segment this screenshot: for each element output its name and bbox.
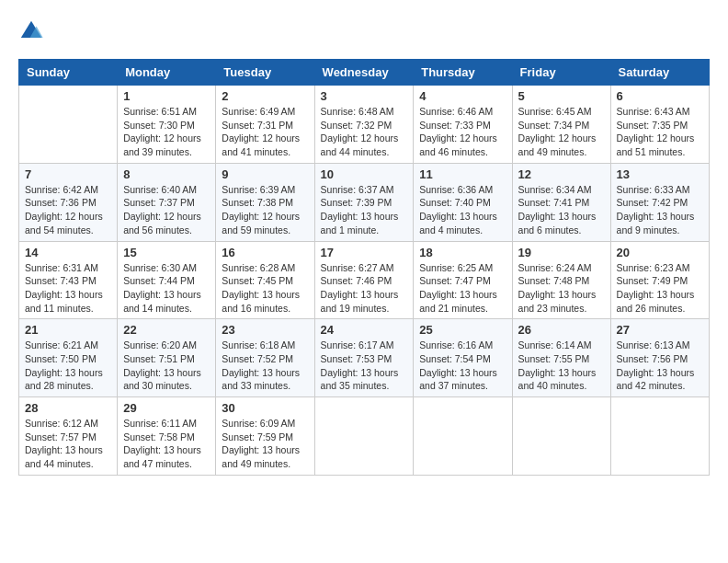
calendar-week-row: 21Sunrise: 6:21 AM Sunset: 7:50 PM Dayli…: [19, 319, 710, 397]
page-header: [18, 18, 710, 44]
day-info: Sunrise: 6:25 AM Sunset: 7:47 PM Dayligh…: [419, 261, 506, 316]
calendar-header-monday: Monday: [118, 60, 216, 86]
calendar-cell: 10Sunrise: 6:37 AM Sunset: 7:39 PM Dayli…: [314, 163, 414, 241]
calendar-header-saturday: Saturday: [610, 60, 709, 86]
day-info: Sunrise: 6:42 AM Sunset: 7:36 PM Dayligh…: [25, 183, 111, 237]
calendar-cell: 19Sunrise: 6:24 AM Sunset: 7:48 PM Dayli…: [512, 241, 610, 319]
day-number: 29: [123, 401, 210, 415]
calendar-cell: 12Sunrise: 6:34 AM Sunset: 7:41 PM Dayli…: [512, 163, 610, 241]
calendar-cell: [19, 86, 118, 164]
calendar-cell: 13Sunrise: 6:33 AM Sunset: 7:42 PM Dayli…: [610, 163, 709, 241]
day-number: 12: [518, 167, 605, 181]
calendar-cell: 1Sunrise: 6:51 AM Sunset: 7:30 PM Daylig…: [118, 86, 216, 164]
day-info: Sunrise: 6:40 AM Sunset: 7:37 PM Dayligh…: [123, 183, 210, 237]
day-number: 26: [518, 323, 605, 337]
calendar-header-row: SundayMondayTuesdayWednesdayThursdayFrid…: [19, 60, 710, 86]
calendar-header-sunday: Sunday: [19, 60, 118, 86]
calendar-week-row: 1Sunrise: 6:51 AM Sunset: 7:30 PM Daylig…: [19, 86, 710, 164]
calendar-cell: 18Sunrise: 6:25 AM Sunset: 7:47 PM Dayli…: [414, 241, 512, 319]
day-number: 9: [222, 167, 308, 181]
calendar-cell: 17Sunrise: 6:27 AM Sunset: 7:46 PM Dayli…: [314, 241, 414, 319]
day-number: 13: [617, 167, 703, 181]
logo: [18, 18, 48, 44]
day-info: Sunrise: 6:27 AM Sunset: 7:46 PM Dayligh…: [321, 261, 408, 316]
calendar-table: SundayMondayTuesdayWednesdayThursdayFrid…: [18, 59, 710, 476]
calendar-cell: 29Sunrise: 6:11 AM Sunset: 7:58 PM Dayli…: [118, 397, 216, 476]
day-info: Sunrise: 6:51 AM Sunset: 7:30 PM Dayligh…: [123, 105, 210, 159]
day-info: Sunrise: 6:11 AM Sunset: 7:58 PM Dayligh…: [123, 417, 210, 471]
calendar-cell: 2Sunrise: 6:49 AM Sunset: 7:31 PM Daylig…: [216, 86, 314, 164]
day-info: Sunrise: 6:17 AM Sunset: 7:53 PM Dayligh…: [321, 339, 408, 393]
day-info: Sunrise: 6:28 AM Sunset: 7:45 PM Dayligh…: [222, 261, 308, 316]
calendar-week-row: 28Sunrise: 6:12 AM Sunset: 7:57 PM Dayli…: [19, 397, 710, 476]
calendar-cell: [512, 397, 610, 476]
day-number: 28: [25, 401, 111, 415]
day-info: Sunrise: 6:21 AM Sunset: 7:50 PM Dayligh…: [25, 339, 111, 393]
day-info: Sunrise: 6:49 AM Sunset: 7:31 PM Dayligh…: [222, 105, 308, 159]
calendar-cell: 3Sunrise: 6:48 AM Sunset: 7:32 PM Daylig…: [314, 86, 414, 164]
calendar-cell: 24Sunrise: 6:17 AM Sunset: 7:53 PM Dayli…: [314, 319, 414, 397]
day-info: Sunrise: 6:23 AM Sunset: 7:49 PM Dayligh…: [617, 261, 703, 316]
day-number: 6: [617, 89, 703, 103]
day-number: 27: [617, 323, 703, 337]
day-number: 15: [123, 246, 210, 259]
day-number: 2: [222, 89, 308, 103]
day-info: Sunrise: 6:39 AM Sunset: 7:38 PM Dayligh…: [222, 183, 308, 237]
calendar-cell: 9Sunrise: 6:39 AM Sunset: 7:38 PM Daylig…: [216, 163, 314, 241]
day-info: Sunrise: 6:18 AM Sunset: 7:52 PM Dayligh…: [222, 339, 308, 393]
calendar-cell: 16Sunrise: 6:28 AM Sunset: 7:45 PM Dayli…: [216, 241, 314, 319]
calendar-week-row: 7Sunrise: 6:42 AM Sunset: 7:36 PM Daylig…: [19, 163, 710, 241]
calendar-week-row: 14Sunrise: 6:31 AM Sunset: 7:43 PM Dayli…: [19, 241, 710, 319]
day-info: Sunrise: 6:09 AM Sunset: 7:59 PM Dayligh…: [222, 417, 308, 471]
day-number: 16: [222, 246, 308, 259]
day-info: Sunrise: 6:34 AM Sunset: 7:41 PM Dayligh…: [518, 183, 605, 237]
calendar-cell: 4Sunrise: 6:46 AM Sunset: 7:33 PM Daylig…: [414, 86, 512, 164]
calendar-cell: 27Sunrise: 6:13 AM Sunset: 7:56 PM Dayli…: [610, 319, 709, 397]
logo-icon: [18, 18, 44, 44]
day-number: 10: [321, 167, 408, 181]
calendar-cell: 21Sunrise: 6:21 AM Sunset: 7:50 PM Dayli…: [19, 319, 118, 397]
calendar-cell: 14Sunrise: 6:31 AM Sunset: 7:43 PM Dayli…: [19, 241, 118, 319]
day-info: Sunrise: 6:13 AM Sunset: 7:56 PM Dayligh…: [617, 339, 703, 393]
day-number: 3: [321, 89, 408, 103]
day-info: Sunrise: 6:46 AM Sunset: 7:33 PM Dayligh…: [419, 105, 506, 159]
day-number: 21: [25, 323, 111, 337]
calendar-cell: 5Sunrise: 6:45 AM Sunset: 7:34 PM Daylig…: [512, 86, 610, 164]
calendar-cell: 7Sunrise: 6:42 AM Sunset: 7:36 PM Daylig…: [19, 163, 118, 241]
day-number: 5: [518, 89, 605, 103]
calendar-cell: 6Sunrise: 6:43 AM Sunset: 7:35 PM Daylig…: [610, 86, 709, 164]
day-number: 23: [222, 323, 308, 337]
calendar-cell: 20Sunrise: 6:23 AM Sunset: 7:49 PM Dayli…: [610, 241, 709, 319]
calendar-cell: 25Sunrise: 6:16 AM Sunset: 7:54 PM Dayli…: [414, 319, 512, 397]
day-number: 4: [419, 89, 506, 103]
calendar-cell: 28Sunrise: 6:12 AM Sunset: 7:57 PM Dayli…: [19, 397, 118, 476]
calendar-cell: 30Sunrise: 6:09 AM Sunset: 7:59 PM Dayli…: [216, 397, 314, 476]
calendar-cell: 26Sunrise: 6:14 AM Sunset: 7:55 PM Dayli…: [512, 319, 610, 397]
calendar-cell: [610, 397, 709, 476]
day-info: Sunrise: 6:30 AM Sunset: 7:44 PM Dayligh…: [123, 261, 210, 316]
calendar-header-tuesday: Tuesday: [216, 60, 314, 86]
day-info: Sunrise: 6:12 AM Sunset: 7:57 PM Dayligh…: [25, 417, 111, 471]
day-info: Sunrise: 6:14 AM Sunset: 7:55 PM Dayligh…: [518, 339, 605, 393]
day-info: Sunrise: 6:43 AM Sunset: 7:35 PM Dayligh…: [617, 105, 703, 159]
day-info: Sunrise: 6:37 AM Sunset: 7:39 PM Dayligh…: [321, 183, 408, 237]
day-number: 17: [321, 246, 408, 259]
calendar-cell: 11Sunrise: 6:36 AM Sunset: 7:40 PM Dayli…: [414, 163, 512, 241]
day-info: Sunrise: 6:33 AM Sunset: 7:42 PM Dayligh…: [617, 183, 703, 237]
day-info: Sunrise: 6:31 AM Sunset: 7:43 PM Dayligh…: [25, 261, 111, 316]
day-number: 20: [617, 246, 703, 259]
calendar-cell: 22Sunrise: 6:20 AM Sunset: 7:51 PM Dayli…: [118, 319, 216, 397]
day-number: 11: [419, 167, 506, 181]
day-number: 8: [123, 167, 210, 181]
calendar-header-friday: Friday: [512, 60, 610, 86]
day-info: Sunrise: 6:20 AM Sunset: 7:51 PM Dayligh…: [123, 339, 210, 393]
calendar-cell: 23Sunrise: 6:18 AM Sunset: 7:52 PM Dayli…: [216, 319, 314, 397]
calendar-header-wednesday: Wednesday: [314, 60, 414, 86]
day-number: 30: [222, 401, 308, 415]
day-info: Sunrise: 6:48 AM Sunset: 7:32 PM Dayligh…: [321, 105, 408, 159]
day-number: 1: [123, 89, 210, 103]
day-number: 22: [123, 323, 210, 337]
day-number: 24: [321, 323, 408, 337]
day-number: 18: [419, 246, 506, 259]
day-number: 7: [25, 167, 111, 181]
